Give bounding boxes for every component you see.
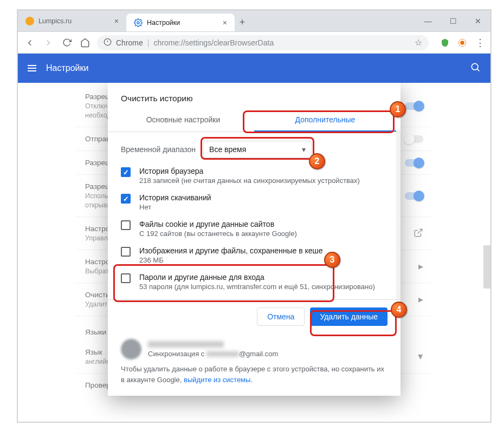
select-value: Все время <box>209 145 246 154</box>
checkbox-row-passwords[interactable]: Пароли и другие данные для входа 53 паро… <box>121 269 387 295</box>
checkbox-label: История скачиваний <box>139 193 211 202</box>
minimize-button[interactable]: — <box>416 10 441 31</box>
page-title: Настройки <box>46 63 88 73</box>
footer-text: . <box>250 376 253 384</box>
svg-point-0 <box>137 22 139 24</box>
checkbox-sublabel: 236 МБ <box>139 256 323 264</box>
checkbox[interactable] <box>121 247 131 257</box>
close-icon[interactable]: × <box>223 18 227 27</box>
settings-header: Настройки <box>18 54 490 83</box>
toolbar: Chrome | chrome://settings/clearBrowserD… <box>18 32 490 54</box>
checkbox-label: Файлы cookie и другие данные сайтов <box>139 220 297 228</box>
checkbox-row-downloads[interactable]: История скачиваний Нет <box>121 189 387 215</box>
tab-label: Lumpics.ru <box>38 17 72 25</box>
svg-point-6 <box>471 63 478 70</box>
scrollbar[interactable] <box>396 132 400 299</box>
url-path: chrome://settings/clearBrowserData <box>153 38 274 47</box>
checkbox[interactable] <box>121 273 131 283</box>
checkbox[interactable] <box>121 167 131 177</box>
checkbox[interactable] <box>121 194 131 204</box>
tab-basic[interactable]: Основные настройки <box>112 109 254 132</box>
checkbox-row-cache[interactable]: Изображения и другие файлы, сохраненные … <box>121 242 387 269</box>
dialog-actions: Отмена Удалить данные <box>108 299 400 331</box>
home-button[interactable] <box>79 36 92 49</box>
menu-icon[interactable]: ⋮ <box>474 37 485 48</box>
clear-data-button[interactable]: Удалить данные <box>310 307 387 326</box>
bookmark-icon[interactable]: ☆ <box>415 37 422 48</box>
checkbox-label: Изображения и другие файлы, сохраненные … <box>139 246 323 255</box>
time-range-select[interactable]: Все время ▾ <box>203 141 312 158</box>
dialog-body: Временной диапазон Все время ▾ История б… <box>108 132 400 299</box>
dialog-title: Очистить историю <box>108 83 400 109</box>
url-origin: Chrome <box>116 38 143 47</box>
svg-point-5 <box>460 41 464 45</box>
settings-content: Разрешить Отключите необходим Отправлять… <box>18 83 490 422</box>
tab-advanced[interactable]: Дополнительные <box>254 109 396 132</box>
checkbox-sublabel: Нет <box>139 203 211 211</box>
sign-out-link[interactable]: выйдите из системы <box>184 376 250 384</box>
time-range-label: Временной диапазон <box>121 145 196 154</box>
sync-label: Синхронизация с <box>148 350 204 358</box>
tab-strip: Lumpics.ru × Настройки × + — ☐ ✕ <box>18 10 490 32</box>
browser-window: Lumpics.ru × Настройки × + — ☐ ✕ <box>17 10 491 422</box>
search-icon[interactable] <box>470 62 481 75</box>
email-suffix: @gmail.com <box>239 350 278 358</box>
dialog-tabs: Основные настройки Дополнительные <box>108 109 400 132</box>
extension-icon[interactable] <box>457 37 468 48</box>
window-controls: — ☐ ✕ <box>416 10 490 31</box>
clear-data-dialog: Очистить историю Основные настройки Допо… <box>108 83 400 396</box>
cancel-button[interactable]: Отмена <box>257 307 305 326</box>
dialog-footer: Синхронизация с @gmail.com Чтобы удалить… <box>108 331 400 388</box>
site-info-icon[interactable] <box>104 38 112 48</box>
shield-icon[interactable] <box>440 37 450 48</box>
close-button[interactable]: ✕ <box>466 10 490 31</box>
checkbox[interactable] <box>121 220 131 230</box>
favicon-lumpics <box>25 17 34 25</box>
close-icon[interactable]: × <box>114 17 119 25</box>
checkbox-label: История браузера <box>139 167 360 175</box>
checkbox-row-history[interactable]: История браузера 218 записей (не считая … <box>121 162 387 189</box>
checkbox-label: Пароли и другие данные для входа <box>139 273 375 282</box>
svg-line-7 <box>477 69 480 71</box>
redacted-name <box>148 341 224 348</box>
forward-button[interactable] <box>42 36 55 49</box>
tab-lumpics[interactable]: Lumpics.ru × <box>18 10 126 31</box>
account-row: Синхронизация с @gmail.com <box>121 335 387 364</box>
checkbox-sublabel: 53 пароля (для lumpics.ru, wmtransfer.co… <box>139 283 375 291</box>
menu-icon[interactable] <box>28 65 36 71</box>
back-button[interactable] <box>23 36 36 49</box>
address-bar[interactable]: Chrome | chrome://settings/clearBrowserD… <box>97 35 429 50</box>
redacted-email <box>206 351 239 357</box>
avatar <box>121 339 141 359</box>
caret-down-icon: ▾ <box>302 145 306 154</box>
gear-icon <box>134 18 143 27</box>
new-tab-button[interactable]: + <box>235 14 250 31</box>
checkbox-sublabel: С 192 сайтов (вы останетесь в аккаунте G… <box>139 230 297 238</box>
maximize-button[interactable]: ☐ <box>441 10 466 31</box>
tab-label: Настройки <box>147 19 180 27</box>
tab-settings[interactable]: Настройки × <box>126 14 235 31</box>
checkbox-sublabel: 218 записей (не считая данных на синхрон… <box>139 176 360 185</box>
reload-button[interactable] <box>60 36 73 49</box>
checkbox-row-cookies[interactable]: Файлы cookie и другие данные сайтов С 19… <box>121 215 387 242</box>
